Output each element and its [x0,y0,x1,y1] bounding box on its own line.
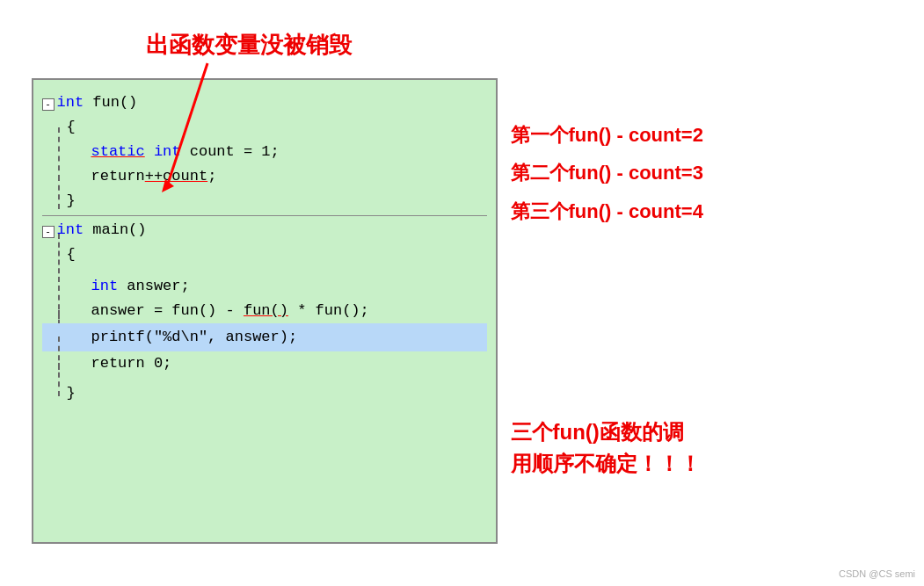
fun-brace-close-line: } [42,189,487,213]
main-open-brace: { [67,242,76,267]
printf-line: printf("%d\n", answer); [42,323,487,351]
int-kw: int [154,140,181,164]
int-answer-line: int answer; [42,274,487,299]
fun-header-line: - int fun() [42,90,487,115]
bottom-annotation-line1: 三个fun()函数的调 [511,416,701,448]
main-section: - int main() { [42,218,487,406]
content-area: 出函数变量没被销毁 - int fun() { [32,30,893,566]
annotation-text3: 第三个fun() - count=4 [511,194,703,229]
return-line: return ++count; [42,164,487,189]
section-divider [42,215,487,216]
fold-icon-main[interactable]: - [42,226,55,238]
watermark: CSDN @CS semi [839,568,915,579]
count-assign: count = 1; [190,140,280,164]
bottom-annotation-line2: 用顺序不确定！！！ [511,448,701,480]
annotation-line1: 第一个fun() - count=2 [511,118,703,153]
annotation-text1: 第一个fun() - count=2 [511,118,703,153]
code-box: - int fun() { static int count = 1; [32,78,498,544]
fun-section: - int fun() { static int count = 1; [42,90,487,213]
main-header-line: - int main() [42,218,487,242]
main-name: main() [92,218,146,242]
right-annotations: 第一个fun() - count=2 第二个fun() - count=3 第三… [511,118,703,233]
return-keyword: return [91,164,145,189]
answer-assign-line: answer = fun() - fun() * fun(); [42,299,487,323]
fun-int-kw: int [57,90,84,115]
fun-name: fun() [92,90,137,115]
fun-underline: fun() [244,302,288,319]
fun-open-brace: { [67,115,76,140]
main-brace-close-line: } [42,381,487,406]
fun-close-brace: } [67,189,76,213]
main-brace-open-line: { [42,242,487,267]
static-line: static int count = 1; [42,140,487,164]
annotation-line3: 第三个fun() - count=4 [511,194,703,229]
answer-var: answer; [127,274,189,299]
annotation-line2: 第二个fun() - count=3 [511,156,703,191]
return-0: return 0; [91,351,172,376]
main-int-kw: int [57,218,84,242]
bottom-annotation: 三个fun()函数的调 用顺序不确定！！！ [511,416,701,480]
main-container: 出函数变量没被销毁 - int fun() { [0,0,924,586]
fun-brace-open-line: { [42,115,487,140]
printf-call: printf("%d\n", answer); [91,325,298,350]
fold-icon-fun[interactable]: - [42,98,55,111]
annotation-text2: 第二个fun() - count=3 [511,156,703,191]
main-close-brace: } [67,381,76,406]
plusplus-count: ++count [145,164,207,189]
int-answer-kw: int [91,274,119,299]
semicolon1: ; [207,164,216,189]
static-kw: static [91,140,145,164]
empty-line1 [42,267,487,274]
annotation-top: 出函数变量没被销毁 [146,30,352,61]
return-0-line: return 0; [42,351,487,376]
answer-assign: answer = fun() - fun() * fun(); [91,299,369,323]
